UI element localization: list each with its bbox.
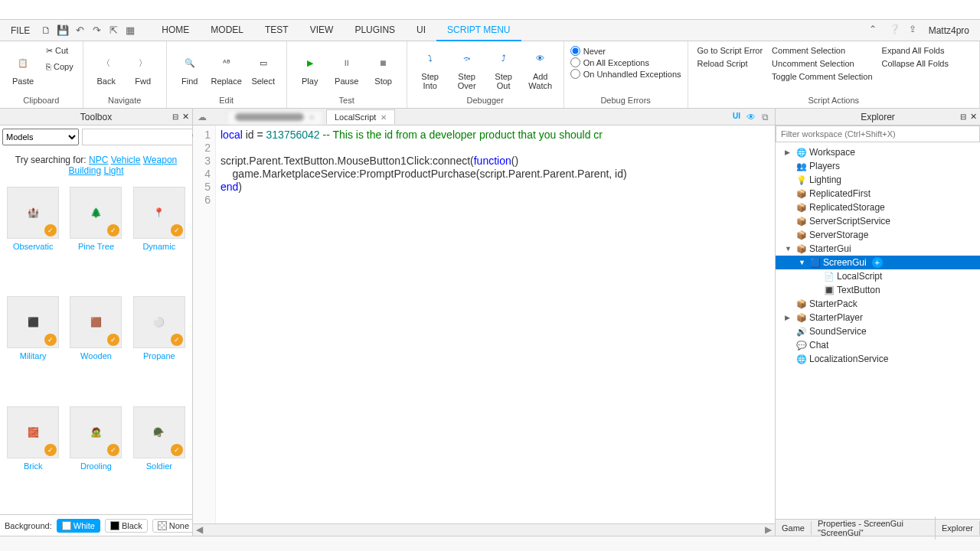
step-over-button[interactable]: ⤼Step Over — [450, 43, 484, 93]
play-button[interactable]: ▶Play — [293, 43, 327, 93]
tab-model[interactable]: MODEL — [200, 20, 254, 41]
save-icon[interactable]: 💾 — [56, 24, 70, 37]
editor-tab-1[interactable]: ✕ — [227, 110, 323, 124]
scroll-right-icon[interactable]: ▶ — [762, 524, 775, 536]
bottom-tab[interactable]: Explorer — [936, 521, 980, 535]
expand-folds[interactable]: Expand All Folds — [879, 44, 952, 57]
updates-icon[interactable]: ⌃ — [869, 24, 883, 37]
asset-item[interactable]: 🌲✓Pine Tree — [67, 187, 124, 290]
stop-button[interactable]: ⏹Stop — [367, 43, 400, 93]
fwd-button[interactable]: 〉Fwd — [126, 43, 160, 93]
tree-item-starterpack[interactable]: 📦StarterPack — [776, 297, 980, 311]
username[interactable]: Mattz4pro — [929, 25, 969, 36]
suggest-link[interactable]: Weapon — [143, 155, 177, 165]
tab-script menu[interactable]: SCRIPT MENU — [436, 20, 521, 41]
eye-icon[interactable]: 👁 — [746, 112, 756, 122]
cloud-icon[interactable]: ☁ — [193, 112, 211, 122]
filter-input[interactable] — [776, 126, 980, 142]
tree-item-starterplayer[interactable]: ▶📦StarterPlayer — [776, 311, 980, 324]
comment-selection[interactable]: Comment Selection — [769, 44, 875, 57]
tree-item-soundservice[interactable]: 🔊SoundService — [776, 324, 980, 338]
share-icon[interactable]: ⇪ — [909, 24, 923, 37]
file-menu[interactable]: FILE — [3, 22, 38, 39]
tab-view[interactable]: VIEW — [299, 20, 345, 41]
code-editor[interactable]: 123456 local id = 313756042 -- This is t… — [193, 126, 775, 523]
bg-black[interactable]: Black — [105, 519, 148, 533]
redo-icon[interactable]: ↷ — [90, 24, 103, 37]
suggest-link[interactable]: Building — [68, 165, 101, 176]
asset-item[interactable]: 🧱✓Brick — [5, 406, 61, 510]
suggest-link[interactable]: NPC — [89, 155, 108, 165]
export-icon[interactable]: ⇱ — [106, 24, 120, 37]
step-out-button[interactable]: ⤴Step Out — [487, 43, 521, 93]
cut-button[interactable]: ✂ Cut — [43, 43, 77, 58]
toolbox-search-input[interactable] — [86, 132, 191, 142]
go-script-error[interactable]: Go to Script Error — [694, 44, 766, 57]
close-icon[interactable]: ✕ — [970, 112, 977, 122]
reload-script[interactable]: Reload Script — [694, 57, 766, 70]
copy-button[interactable]: ⎘ Copy — [43, 59, 77, 74]
tree-item-replicatedfirst[interactable]: 📦ReplicatedFirst — [776, 187, 980, 201]
asset-item[interactable]: ⬛✓Military — [5, 296, 61, 399]
asset-item[interactable]: 🪖✓Soldier — [131, 406, 188, 510]
asset-item[interactable]: 📍✓Dynamic — [131, 187, 188, 290]
tab-home[interactable]: HOME — [151, 20, 200, 41]
close-tab-icon[interactable]: ✕ — [309, 113, 315, 122]
tree-item-players[interactable]: 👥Players — [776, 159, 980, 173]
radio-never[interactable]: Never — [570, 46, 681, 56]
find-button[interactable]: 🔍Find — [173, 43, 207, 93]
ui-toggle[interactable]: UI — [733, 112, 740, 122]
tab-plugins[interactable]: PLUGINS — [344, 20, 406, 41]
tree-item-replicatedstorage[interactable]: 📦ReplicatedStorage — [776, 201, 980, 214]
tree-item-serverstorage[interactable]: 📦ServerStorage — [776, 228, 980, 242]
bg-white[interactable]: White — [57, 519, 100, 533]
new-icon[interactable]: 🗋 — [39, 24, 53, 37]
close-tab-icon[interactable]: ✕ — [381, 113, 387, 122]
close-icon[interactable]: ✕ — [182, 112, 189, 122]
tree-item-lighting[interactable]: 💡Lighting — [776, 173, 980, 187]
suggest-link[interactable]: Light — [104, 165, 124, 176]
toggle-comment[interactable]: Toggle Comment Selection — [769, 70, 875, 83]
tree-item-textbutton[interactable]: 🔳TextButton — [776, 283, 980, 297]
asset-item[interactable]: 🧟✓Drooling — [67, 406, 124, 510]
paste-button[interactable]: 📋Paste — [6, 43, 40, 93]
tree-item-serverscriptservice[interactable]: 📦ServerScriptService — [776, 214, 980, 228]
pause-button[interactable]: ⏸Pause — [330, 43, 364, 93]
scroll-left-icon[interactable]: ◀ — [193, 524, 206, 536]
asset-item[interactable]: 🏰✓Observatic — [5, 187, 61, 290]
select-button[interactable]: ▭Select — [247, 43, 280, 93]
tree-item-startergui[interactable]: ▼📦StarterGui — [776, 242, 980, 256]
add-watch-button[interactable]: 👁Add Watch — [524, 43, 557, 93]
code-content[interactable]: local id = 313756042 -- This is the id f… — [216, 126, 775, 523]
back-button[interactable]: 〈Back — [90, 43, 123, 93]
pin-icon[interactable]: ⊟ — [172, 112, 178, 121]
radio-on-all[interactable]: On All Exceptions — [570, 57, 681, 67]
horizontal-scrollbar[interactable]: ◀ ▶ — [193, 523, 775, 536]
tree-item-localscript[interactable]: 📄LocalScript — [776, 269, 980, 283]
undo-icon[interactable]: ↶ — [73, 24, 87, 37]
collapse-folds[interactable]: Collapse All Folds — [879, 57, 952, 70]
bg-none[interactable]: None — [152, 519, 194, 533]
tab-test[interactable]: TEST — [254, 20, 299, 41]
bottom-tab[interactable]: Properties - ScreenGui "ScreenGui" — [812, 517, 936, 540]
step-into-button[interactable]: ⤵Step Into — [413, 43, 447, 93]
add-child-icon[interactable]: + — [872, 257, 883, 268]
bottom-tab[interactable]: Game — [776, 521, 812, 535]
asset-item[interactable]: ⚪✓Propane — [131, 296, 188, 399]
replace-button[interactable]: ᴬᴮReplace — [210, 43, 243, 93]
tree-item-screengui[interactable]: ▼🟦ScreenGui+ — [776, 256, 980, 269]
help-icon[interactable]: ❔ — [889, 24, 903, 37]
pin-icon[interactable]: ⊟ — [960, 112, 966, 121]
tree-item-chat[interactable]: 💬Chat — [776, 338, 980, 352]
editor-tab-2[interactable]: LocalScript✕ — [326, 109, 395, 124]
tree-item-workspace[interactable]: ▶🌐Workspace — [776, 145, 980, 159]
asset-item[interactable]: 🟫✓Wooden — [67, 296, 124, 399]
tab-ui[interactable]: UI — [406, 20, 436, 41]
tree-item-localizationservice[interactable]: 🌐LocalizationService — [776, 352, 980, 366]
uncomment-selection[interactable]: Uncomment Selection — [769, 57, 875, 70]
popout-icon[interactable]: ⧉ — [762, 112, 769, 122]
radio-on-unhandled[interactable]: On Unhandled Exceptions — [570, 69, 681, 79]
category-select[interactable]: Models — [2, 129, 79, 145]
grid-icon[interactable]: ▦ — [123, 24, 137, 37]
suggest-link[interactable]: Vehicle — [111, 155, 141, 165]
